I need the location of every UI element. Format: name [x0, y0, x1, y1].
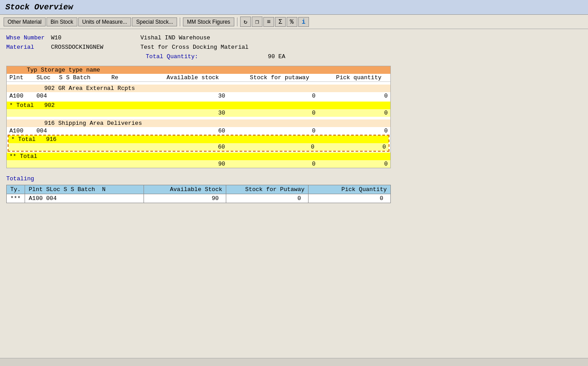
totaling-available: 90: [144, 194, 226, 203]
col-batch: S S Batch Re: [56, 74, 138, 82]
page-title: Stock Overview: [5, 3, 583, 12]
t916-batch: [58, 143, 138, 151]
totaling-col-ty: Ty.: [7, 185, 25, 194]
total-902-plnt: [7, 109, 34, 117]
total-902-pick: 0: [318, 109, 390, 117]
total-902-putaway: 0: [228, 109, 318, 117]
storage-type-902-cell: 902 GR Area External Rcpts: [7, 85, 390, 92]
toolbar: Other Material Bin Stock Units of Measur…: [0, 15, 588, 29]
col-plnt: Plnt: [7, 74, 34, 82]
main-content: Whse Number W10 Vishal IND Warehouse Mat…: [0, 29, 588, 366]
total-902-batch: [56, 109, 138, 117]
material-desc: Test for Cross Docking Material: [140, 43, 249, 52]
storage-type-902-row: 902 GR Area External Rcpts: [7, 85, 390, 92]
other-material-button[interactable]: Other Material: [4, 17, 46, 26]
table-header-row: Typ Storage type name: [7, 66, 390, 74]
data-pick-902: 0: [318, 92, 390, 100]
totaling-header-row: Ty. Plnt SLoc S S Batch N Available Stoc…: [7, 185, 391, 194]
totaling-data-row: *** A100 004 90 0 0: [7, 194, 391, 203]
gt-plnt: [7, 160, 34, 168]
t916-plnt: [8, 143, 35, 151]
storage-type-916-row: 916 Shipping Area Deliveries: [7, 119, 390, 127]
data-putaway-916: 0: [228, 127, 318, 135]
data-plnt-902: A100: [7, 92, 34, 100]
toolbar-separator-1: [180, 17, 180, 26]
col-sloc: SLoc: [34, 74, 56, 82]
whse-value: W10: [51, 34, 140, 43]
data-sloc-916: 004: [34, 127, 56, 135]
bin-stock-button[interactable]: Bin Stock: [47, 17, 77, 26]
units-of-measure-button[interactable]: Units of Measure...: [78, 17, 131, 26]
data-available-916: 60: [138, 127, 228, 135]
gt-batch: [56, 160, 138, 168]
grand-total-table: ** Total 90 0 0: [7, 153, 390, 168]
info-section: Whse Number W10 Vishal IND Warehouse Mat…: [6, 34, 582, 61]
total-902-label: * Total 902: [7, 102, 390, 109]
data-batch-916: [56, 127, 138, 135]
data-sloc-902: 004: [34, 92, 56, 100]
totaling-section: Totaling Ty. Plnt SLoc S S Batch N Avail…: [6, 175, 582, 203]
selected-section: * Total 916 60 0 0: [8, 135, 389, 152]
totaling-putaway: 0: [226, 194, 309, 203]
percent-icon[interactable]: %: [287, 17, 297, 27]
totaling-plnt-sloc: A100 004: [25, 194, 144, 203]
col-putaway: Stock for putaway: [228, 74, 318, 82]
whse-desc: Vishal IND Warehouse: [140, 34, 210, 43]
gt-pick: 0: [318, 160, 390, 168]
toolbar-separator-2: [237, 17, 237, 26]
grand-total-values-row: 90 0 0: [7, 160, 390, 168]
data-plnt-916: A100: [7, 127, 34, 135]
total-916-label-row: * Total 916: [8, 136, 389, 143]
total-qty-row: Total Quantity: 90 EA: [6, 52, 582, 62]
data-pick-916: 0: [318, 127, 390, 135]
storage-type-916-cell: 916 Shipping Area Deliveries: [7, 119, 390, 127]
whse-label: Whse Number: [6, 34, 51, 43]
data-batch-902: [56, 92, 138, 100]
totaling-col-available: Available Stock: [144, 185, 226, 194]
material-value: CROSSDOCKINGNEW: [51, 43, 140, 52]
gt-putaway: 0: [228, 160, 318, 168]
grand-total-label: ** Total: [7, 153, 390, 160]
status-bar: [0, 358, 588, 366]
stock-table-container: Typ Storage type name Plnt SLoc S S Batc…: [6, 66, 391, 168]
total-916-table: * Total 916 60 0 0: [8, 136, 389, 151]
col-headers-row: Plnt SLoc S S Batch Re Available stock S…: [7, 74, 390, 82]
mm-stock-figures-button[interactable]: MM Stock Figures: [183, 17, 234, 26]
t916-sloc: [35, 143, 58, 151]
total-902-label-row: * Total 902: [7, 102, 390, 109]
total-916-values-row: 60 0 0: [8, 143, 389, 151]
grand-total-label-row: ** Total: [7, 153, 390, 160]
totaling-col-plnt: Plnt SLoc S S Batch N: [25, 185, 144, 194]
data-available-902: 30: [138, 92, 228, 100]
refresh-icon[interactable]: ↻: [240, 17, 251, 27]
t916-putaway: 0: [228, 143, 317, 151]
header-cell: Typ Storage type name: [7, 66, 390, 74]
totaling-pick: 0: [308, 194, 390, 203]
data-row-902: A100 004 30 0 0: [7, 92, 390, 100]
whse-row: Whse Number W10 Vishal IND Warehouse: [6, 34, 582, 43]
sum-icon[interactable]: Σ: [275, 17, 286, 27]
total-902-available: 30: [138, 109, 228, 117]
stock-table: Typ Storage type name Plnt SLoc S S Batc…: [7, 66, 390, 135]
info-icon[interactable]: i: [298, 17, 309, 27]
total-916-label: * Total 916: [8, 136, 389, 143]
totaling-col-pick: Pick Quantity: [308, 185, 390, 194]
totaling-ty: ***: [7, 194, 25, 203]
data-row-916: A100 004 60 0 0: [7, 127, 390, 135]
material-row: Material CROSSDOCKINGNEW Test for Cross …: [6, 43, 582, 52]
t916-pick: 0: [317, 143, 389, 151]
gt-available: 90: [138, 160, 228, 168]
totaling-col-putaway: Stock for Putaway: [226, 185, 309, 194]
special-stock-button[interactable]: Special Stock...: [132, 17, 177, 26]
total-qty-label-inner: Total Quantity:: [146, 53, 198, 60]
gt-sloc: [34, 160, 56, 168]
t916-available: 60: [138, 143, 228, 151]
col-available: Available stock: [138, 74, 228, 82]
title-bar: Stock Overview: [0, 0, 588, 15]
layout-icon[interactable]: ≡: [263, 17, 274, 27]
totaling-label: Totaling: [6, 175, 582, 182]
col-pick: Pick quantity: [318, 74, 390, 82]
copy-icon[interactable]: ❐: [252, 17, 262, 27]
data-putaway-902: 0: [228, 92, 318, 100]
total-902-values-row: 30 0 0: [7, 109, 390, 117]
